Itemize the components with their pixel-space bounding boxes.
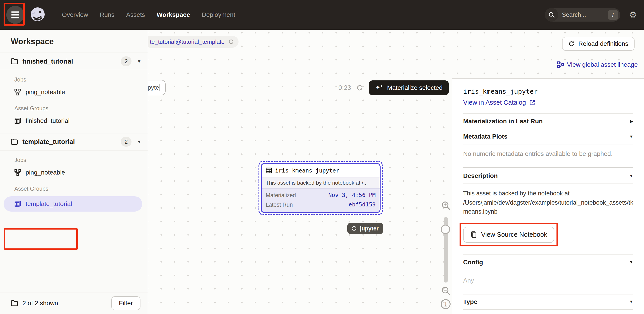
asset-node-card: iris_kmeans_jupyter This asset is backed…	[261, 163, 380, 213]
config-body: Any	[463, 270, 633, 294]
refresh-icon[interactable]	[228, 39, 234, 45]
chevron-down-icon: ▼	[629, 134, 633, 139]
nav-workspace[interactable]: Workspace	[156, 11, 190, 19]
reload-definitions-label: Reload definitions	[578, 40, 628, 47]
asset-groups-section-label: Asset Groups	[14, 105, 148, 113]
nav-assets[interactable]: Assets	[126, 11, 145, 19]
sidebar-item-group-finished-tutorial[interactable]: finished_tutorial	[0, 114, 148, 128]
view-source-notebook-label: View Source Notebook	[481, 231, 547, 238]
chevron-down-icon: ▼	[629, 260, 633, 265]
asset-graph-canvas[interactable]: te_tutorial@tutorial_template Reload def…	[148, 30, 644, 314]
view-source-notebook-button[interactable]: View Source Notebook	[463, 227, 554, 243]
zoom-in-icon[interactable]	[441, 201, 450, 210]
jobs-section-label: Jobs	[14, 157, 148, 165]
repo-name: finished_tutorial	[22, 58, 73, 65]
section-description[interactable]: Description ▼	[463, 168, 633, 183]
chevron-down-icon[interactable]: ▼	[137, 139, 141, 144]
shown-count-text: 2 of 2 shown	[22, 300, 58, 307]
type-value: Any	[463, 310, 633, 314]
nav-items: Overview Runs Assets Workspace Deploymen…	[62, 11, 235, 19]
jobs-section-label: Jobs	[14, 76, 148, 85]
workspace-sidebar: Workspace finished_tutorial 2 ▼ Jobs pin…	[0, 30, 148, 314]
asset-node-description: This asset is backed by the notebook at …	[262, 177, 380, 188]
notebook-copy-icon	[470, 231, 477, 238]
materialize-selected-button[interactable]: ✦✦ Materialize selected	[369, 80, 449, 95]
panel-asset-title: iris_kmeans_jupyter	[463, 88, 633, 95]
repo-name: template_tutorial	[22, 138, 75, 146]
code-location-chip[interactable]: te_tutorial@tutorial_template	[148, 36, 238, 48]
external-link-icon	[529, 100, 536, 106]
section-config[interactable]: Config ▼	[463, 254, 633, 270]
folder-icon	[11, 300, 18, 306]
materialize-selected-label: Materialize selected	[387, 84, 442, 91]
asset-group-icon	[14, 201, 21, 207]
nav-deployment[interactable]: Deployment	[202, 11, 235, 19]
sidebar-item-job-ping-noteable[interactable]: ping_noteable	[0, 85, 148, 99]
search-input[interactable]: Search... /	[545, 8, 620, 22]
nav-runs[interactable]: Runs	[100, 11, 114, 19]
type-body: Any	[463, 309, 633, 314]
repo-contents: Jobs ping_noteable Asset Groups finished…	[0, 76, 148, 133]
repo-row-finished-tutorial[interactable]: finished_tutorial 2 ▼	[0, 53, 148, 70]
refresh-timer: 0:23	[338, 84, 363, 91]
refresh-icon[interactable]	[356, 85, 363, 91]
dagster-logo-icon[interactable]	[29, 6, 47, 24]
search-icon	[545, 8, 558, 22]
chevron-down-icon: ▼	[629, 299, 633, 304]
nav-overview[interactable]: Overview	[62, 11, 88, 19]
graph-filter-input[interactable]: pyte	[148, 80, 166, 95]
asset-node-stats: Materialized Nov 3, 4:56 PM Latest Run e…	[262, 188, 380, 212]
annotation-box-source-notebook: View Source Notebook	[460, 223, 558, 246]
settings-gear-icon[interactable]: ⚙	[629, 11, 637, 19]
section-label: Metadata Plots	[463, 133, 508, 140]
text-cursor	[160, 84, 160, 91]
global-asset-lineage-link[interactable]: View global asset lineage	[557, 61, 638, 68]
jupyter-tag-label: jupyter	[360, 225, 378, 232]
table-grid-icon	[266, 167, 272, 174]
job-name: ping_noteable	[26, 89, 65, 96]
stat-value[interactable]: Nov 3, 4:56 PM	[328, 190, 376, 200]
dagster-app: Overview Runs Assets Workspace Deploymen…	[0, 0, 644, 314]
asset-node-selected[interactable]: iris_kmeans_jupyter This asset is backed…	[258, 161, 383, 215]
metadata-plots-body: No numeric metadata entries available to…	[463, 144, 633, 167]
stat-label: Latest Run	[266, 200, 293, 209]
repo-row-template-tutorial[interactable]: template_tutorial 2 ▼	[0, 133, 148, 150]
folder-icon	[11, 58, 18, 65]
download-image-icon[interactable]: ⤓	[441, 299, 450, 309]
asset-group-name: finished_tutorial	[26, 117, 70, 124]
section-type[interactable]: Type ▼	[463, 294, 633, 309]
refresh-icon	[568, 41, 575, 47]
folder-icon	[11, 139, 18, 145]
chevron-down-icon[interactable]: ▼	[137, 59, 141, 64]
asset-node-title: iris_kmeans_jupyter	[275, 167, 339, 174]
graph-filter-text: pyte	[148, 84, 159, 91]
search-placeholder: Search...	[562, 12, 586, 19]
section-materialization-last-run[interactable]: Materialization in Last Run ▶	[463, 113, 633, 129]
sidebar-item-group-template-tutorial-selected[interactable]: template_tutorial	[4, 196, 142, 212]
sidebar-item-job-ping-noteable[interactable]: ping_noteable	[0, 166, 148, 179]
filter-button[interactable]: Filter	[111, 296, 140, 310]
sparkle-icon: ✦✦	[375, 85, 384, 91]
config-value: Any	[463, 270, 633, 294]
stat-label: Materialized	[266, 190, 296, 200]
reload-definitions-button[interactable]: Reload definitions	[562, 37, 634, 51]
section-label: Materialization in Last Run	[463, 118, 543, 125]
menu-button[interactable]	[6, 6, 24, 24]
metadata-empty-text: No numeric metadata entries available to…	[463, 144, 633, 167]
asset-group-name: template_tutorial	[26, 200, 72, 207]
view-in-asset-catalog-link[interactable]: View in Asset Catalog	[463, 99, 536, 106]
lineage-icon	[557, 61, 564, 68]
jupyter-tag[interactable]: jupyter	[347, 223, 383, 234]
sidebar-footer: 2 of 2 shown Filter	[0, 292, 148, 314]
stat-value[interactable]: ebf5d159	[349, 200, 376, 209]
view-in-asset-catalog-label: View in Asset Catalog	[463, 99, 526, 106]
zoom-out-icon[interactable]	[441, 286, 450, 295]
panel-sections: Materialization in Last Run ▶ Metadata P…	[463, 113, 633, 314]
zoom-slider-handle[interactable]	[441, 225, 450, 234]
asset-groups-section-label: Asset Groups	[14, 186, 148, 194]
description-text: This asset is backed by the notebook at …	[463, 184, 633, 216]
section-metadata-plots[interactable]: Metadata Plots ▼	[463, 129, 633, 144]
job-name: ping_noteable	[26, 169, 65, 176]
section-label: Type	[463, 298, 477, 305]
job-icon	[14, 89, 21, 96]
